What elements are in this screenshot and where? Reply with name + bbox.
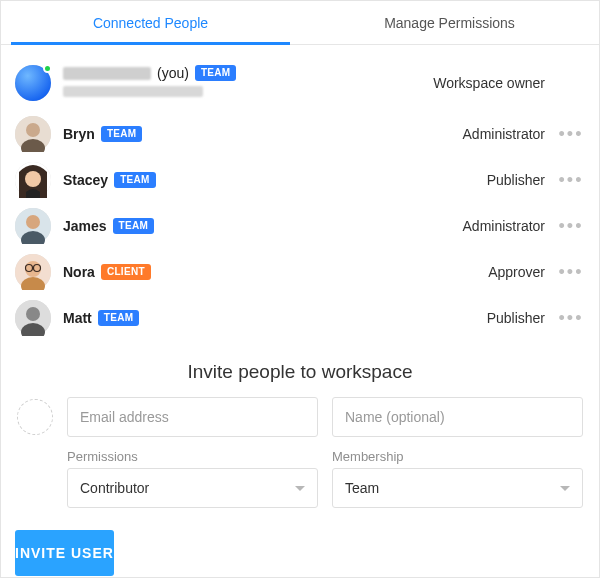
invite-user-button[interactable]: INVITE USER bbox=[15, 530, 114, 576]
membership-badge: TEAM bbox=[98, 310, 140, 326]
person-name: Matt bbox=[63, 310, 92, 326]
tab-manage-permissions[interactable]: Manage Permissions bbox=[300, 1, 599, 44]
presence-dot-icon bbox=[43, 64, 52, 73]
avatar-placeholder-icon bbox=[17, 399, 53, 435]
membership-badge: CLIENT bbox=[101, 264, 151, 280]
row-menu-button[interactable]: ••• bbox=[557, 170, 585, 191]
svg-point-10 bbox=[25, 261, 41, 277]
avatar bbox=[15, 208, 51, 244]
membership-select[interactable]: Team bbox=[332, 468, 583, 508]
person-role: Administrator bbox=[463, 218, 545, 234]
ellipsis-icon: ••• bbox=[559, 124, 584, 145]
person-info: (you) TEAM bbox=[63, 65, 421, 101]
svg-point-2 bbox=[26, 123, 40, 137]
person-role: Publisher bbox=[487, 310, 545, 326]
person-row: Stacey TEAM Publisher ••• bbox=[15, 157, 585, 203]
membership-badge: TEAM bbox=[113, 218, 155, 234]
tab-label: Connected People bbox=[93, 15, 208, 31]
tab-connected-people[interactable]: Connected People bbox=[1, 1, 300, 44]
person-info: James TEAM bbox=[63, 218, 451, 234]
person-row: Matt TEAM Publisher ••• bbox=[15, 295, 585, 341]
select-value: Team bbox=[345, 480, 379, 496]
membership-badge: TEAM bbox=[114, 172, 156, 188]
you-indicator: (you) bbox=[157, 65, 189, 81]
avatar bbox=[15, 116, 51, 152]
ellipsis-icon: ••• bbox=[559, 216, 584, 237]
row-menu-button[interactable]: ••• bbox=[557, 216, 585, 237]
person-info: Bryn TEAM bbox=[63, 126, 451, 142]
person-role: Workspace owner bbox=[433, 75, 545, 91]
person-name: Nora bbox=[63, 264, 95, 280]
avatar bbox=[15, 65, 51, 101]
person-info: Nora CLIENT bbox=[63, 264, 476, 280]
permissions-label: Permissions bbox=[67, 449, 318, 464]
invite-form: Permissions Contributor Membership Team bbox=[1, 383, 599, 522]
person-row: James TEAM Administrator ••• bbox=[15, 203, 585, 249]
permissions-select[interactable]: Contributor bbox=[67, 468, 318, 508]
ellipsis-icon: ••• bbox=[559, 308, 584, 329]
people-list: (you) TEAM Workspace owner ••• Bryn TEAM… bbox=[1, 45, 599, 347]
svg-point-7 bbox=[26, 215, 40, 229]
chevron-down-icon bbox=[560, 486, 570, 491]
svg-point-15 bbox=[26, 307, 40, 321]
avatar bbox=[15, 300, 51, 336]
person-role: Approver bbox=[488, 264, 545, 280]
tab-label: Manage Permissions bbox=[384, 15, 515, 31]
ellipsis-icon: ••• bbox=[559, 170, 584, 191]
person-name: James bbox=[63, 218, 107, 234]
person-row: Nora CLIENT Approver ••• bbox=[15, 249, 585, 295]
tabs: Connected People Manage Permissions bbox=[1, 1, 599, 45]
avatar bbox=[15, 162, 51, 198]
svg-point-5 bbox=[25, 171, 41, 187]
person-row: (you) TEAM Workspace owner ••• bbox=[15, 55, 585, 111]
person-row: Bryn TEAM Administrator ••• bbox=[15, 111, 585, 157]
ellipsis-icon: ••• bbox=[559, 262, 584, 283]
name-field[interactable] bbox=[332, 397, 583, 437]
membership-badge: TEAM bbox=[195, 65, 237, 81]
select-value: Contributor bbox=[80, 480, 149, 496]
row-menu-button[interactable]: ••• bbox=[557, 308, 585, 329]
person-email-redacted bbox=[63, 86, 203, 97]
invite-title: Invite people to workspace bbox=[1, 361, 599, 383]
button-label: INVITE USER bbox=[15, 545, 114, 561]
row-menu-button[interactable]: ••• bbox=[557, 124, 585, 145]
email-field[interactable] bbox=[67, 397, 318, 437]
membership-label: Membership bbox=[332, 449, 583, 464]
person-info: Matt TEAM bbox=[63, 310, 475, 326]
person-name-redacted bbox=[63, 67, 151, 80]
chevron-down-icon bbox=[295, 486, 305, 491]
row-menu-button[interactable]: ••• bbox=[557, 262, 585, 283]
person-info: Stacey TEAM bbox=[63, 172, 475, 188]
person-role: Publisher bbox=[487, 172, 545, 188]
person-name: Bryn bbox=[63, 126, 95, 142]
membership-badge: TEAM bbox=[101, 126, 143, 142]
person-name: Stacey bbox=[63, 172, 108, 188]
avatar bbox=[15, 254, 51, 290]
person-role: Administrator bbox=[463, 126, 545, 142]
